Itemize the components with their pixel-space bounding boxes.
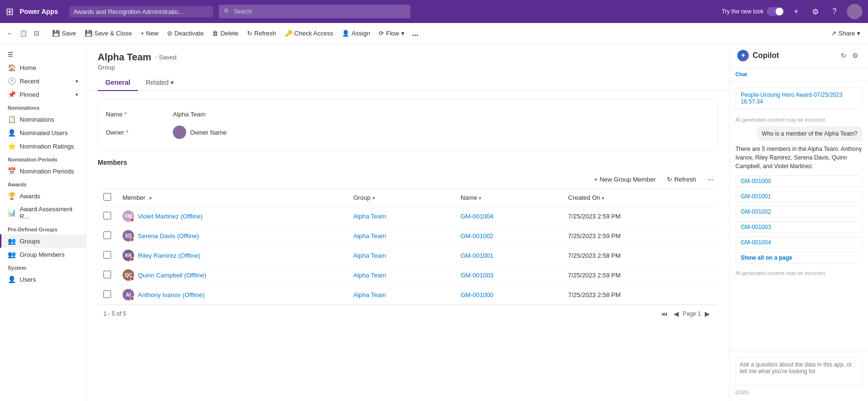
flow-button[interactable]: ⟳ Flow ▾ <box>375 28 408 39</box>
first-page-button[interactable]: ⏮ <box>659 309 670 319</box>
flow-icon: ⟳ <box>379 30 384 37</box>
chip-gm-001000[interactable]: GM-001000 <box>735 175 862 187</box>
chip-gm-001002[interactable]: GM-001002 <box>735 206 862 218</box>
group-name-link[interactable]: Alpha Team <box>353 252 386 259</box>
search-box[interactable]: 🔍 Search <box>219 5 410 18</box>
user-avatar[interactable] <box>847 4 862 19</box>
sidebar-item-nominated-users[interactable]: 👤 Nominated Users <box>0 126 86 139</box>
member-cell: RR Riley Ramirez (Offline) <box>117 246 348 265</box>
sidebar-item-users[interactable]: 👤 Users <box>0 273 86 286</box>
group-name-link[interactable]: Alpha Team <box>353 291 386 298</box>
row-checkbox[interactable] <box>98 265 117 285</box>
sidebar-item-home-label: Home <box>20 64 36 71</box>
copilot-settings-button[interactable]: ⚙ <box>850 50 860 61</box>
member-name-link[interactable]: Riley Ramirez (Offline) <box>138 252 201 259</box>
page-button[interactable]: 📋 <box>17 28 30 39</box>
copilot-input[interactable] <box>735 357 862 386</box>
sidebar-item-awards[interactable]: 🏆 Awards <box>0 189 86 203</box>
row-checkbox[interactable] <box>98 206 117 226</box>
hamburger-menu[interactable]: ☰ <box>0 48 86 61</box>
members-refresh-button[interactable]: ↻ Refresh <box>663 174 700 185</box>
row-checkbox-control[interactable] <box>103 271 111 278</box>
sidebar-item-home[interactable]: 🏠 Home <box>0 61 86 74</box>
group-name-link[interactable]: Alpha Team <box>353 213 386 220</box>
refresh-button[interactable]: ↻ Refresh <box>243 28 280 39</box>
group-name-link[interactable]: Alpha Team <box>353 232 386 240</box>
chip-gm-001003[interactable]: GM-001003 <box>735 221 862 233</box>
groups-icon: 👥 <box>8 237 16 245</box>
assign-button[interactable]: 👤 Assign <box>338 28 374 39</box>
row-checkbox[interactable] <box>98 246 117 265</box>
name-column-header[interactable]: Name ▾ <box>455 189 563 206</box>
gm-name-link[interactable]: GM-001003 <box>461 272 494 279</box>
grid-menu-icon[interactable]: ⊞ <box>6 6 14 17</box>
chat-history-item[interactable]: People-Unsung Hero Award-07/25/2023 16:5… <box>735 87 862 109</box>
checkbox-header[interactable] <box>98 189 117 206</box>
top-nav-right: Try the new look + ⚙ ? <box>721 4 862 19</box>
save-button[interactable]: 💾 Save <box>48 28 80 39</box>
sidebar-item-nomination-ratings[interactable]: ⭐ Nomination Ratings <box>0 139 86 153</box>
sidebar-item-nomination-periods[interactable]: 📅 Nomination Periods <box>0 164 86 178</box>
sidebar-item-pinned[interactable]: 📌 Pinned ▾ <box>0 88 86 101</box>
plus-icon[interactable]: + <box>789 5 803 18</box>
gm-name-link[interactable]: GM-001001 <box>461 252 494 259</box>
show-all-chip[interactable]: Show all on a page <box>735 252 862 264</box>
row-checkbox-control[interactable] <box>103 290 111 298</box>
sidebar-item-nominations[interactable]: 📋 Nominations <box>0 113 86 126</box>
sidebar-item-recent-label: Recent <box>20 78 39 85</box>
row-checkbox[interactable] <box>98 285 117 305</box>
row-checkbox-control[interactable] <box>103 251 111 259</box>
new-group-member-button[interactable]: + New Group Member <box>590 174 660 185</box>
delete-button[interactable]: 🗑 Delete <box>208 28 242 39</box>
new-button[interactable]: + New <box>136 28 162 39</box>
chip-gm-001004[interactable]: GM-001004 <box>735 237 862 248</box>
copilot-refresh-button[interactable]: ↻ <box>839 50 848 61</box>
back-button[interactable]: ← <box>4 28 16 39</box>
group-name-link[interactable]: Alpha Team <box>353 272 386 279</box>
gear-icon[interactable]: ⚙ <box>809 5 822 18</box>
gm-name-link[interactable]: GM-001000 <box>461 291 494 298</box>
member-column-header[interactable]: Member ↓▾ <box>117 189 348 206</box>
share-button[interactable]: ↗ Share ▾ <box>827 28 864 39</box>
row-checkbox-control[interactable] <box>103 212 111 219</box>
deactivate-button[interactable]: ⊘ Deactivate <box>163 28 207 39</box>
sidebar-item-recent[interactable]: 🕐 Recent ▾ <box>0 74 86 88</box>
select-all-checkbox[interactable] <box>103 193 111 201</box>
try-new-toggle[interactable] <box>767 7 784 16</box>
tab-general[interactable]: General <box>98 75 138 91</box>
sidebar-item-group-members[interactable]: 👥 Group Members <box>0 248 86 261</box>
pagination-summary: 1 - 5 of 5 <box>103 310 126 317</box>
member-avatar: RR <box>123 250 134 261</box>
resize-button[interactable]: ⊡ <box>31 28 42 39</box>
row-checkbox[interactable] <box>98 226 117 246</box>
owner-avatar <box>173 126 186 139</box>
member-name-link[interactable]: Serena Davis (Offline) <box>138 232 199 240</box>
tab-related[interactable]: Related ▾ <box>138 75 181 91</box>
created-on-column-header[interactable]: Created On ▾ <box>563 189 718 206</box>
chip-gm-001001[interactable]: GM-001001 <box>735 191 862 202</box>
member-name-link[interactable]: Quinn Campbell (Offline) <box>138 272 206 279</box>
try-new-look: Try the new look <box>721 7 784 16</box>
more-button[interactable]: ... <box>409 27 421 40</box>
gm-name-link[interactable]: GM-001002 <box>461 232 494 240</box>
prev-page-button[interactable]: ◀ <box>672 309 681 319</box>
help-icon[interactable]: ? <box>828 5 841 18</box>
row-checkbox-control[interactable] <box>103 231 111 239</box>
group-column-header[interactable]: Group ▾ <box>348 189 455 206</box>
next-page-button[interactable]: ▶ <box>703 309 712 319</box>
sidebar-item-award-assessment[interactable]: 📊 Award Assessment R... <box>0 203 86 223</box>
search-placeholder: Search <box>234 8 252 15</box>
check-access-button[interactable]: 🔑 Check Access <box>281 28 338 39</box>
top-navigation: ⊞ Power Apps Awards and Recognition Admi… <box>0 0 868 23</box>
record-name: Alpha Team <box>98 52 151 63</box>
save-close-button[interactable]: 💾 Save & Close <box>81 28 136 39</box>
sidebar-item-groups[interactable]: 👥 Groups <box>0 234 86 248</box>
sidebar-group-members-label: Group Members <box>20 251 65 258</box>
members-more-button[interactable]: ⋯ <box>704 174 718 185</box>
group-cell: Alpha Team <box>348 265 455 285</box>
offline-status-dot <box>130 257 134 261</box>
member-name-link[interactable]: Anthony Ivanov (Offline) <box>138 291 204 298</box>
system-section-header: System <box>0 261 86 273</box>
member-name-link[interactable]: Violet Martinez (Offline) <box>138 213 203 220</box>
gm-name-link[interactable]: GM-001004 <box>461 213 494 220</box>
